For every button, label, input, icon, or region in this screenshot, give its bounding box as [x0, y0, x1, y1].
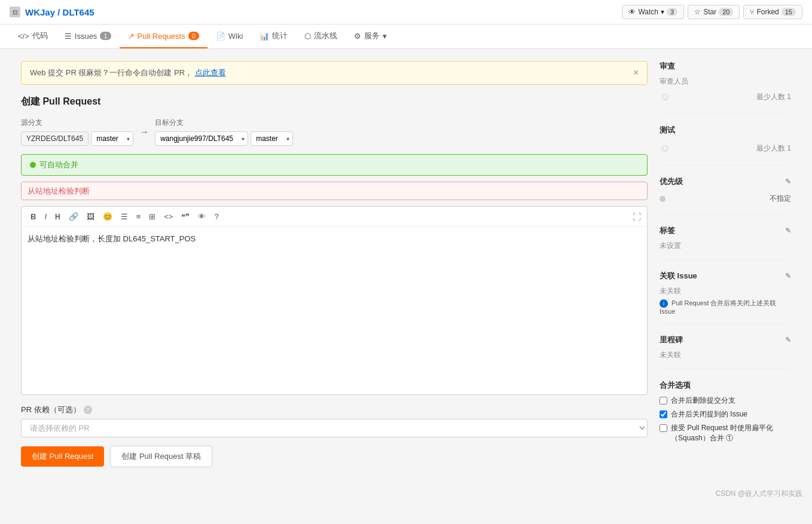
repo-separator: /	[57, 7, 62, 17]
source-branch-label: 源分支	[21, 118, 133, 128]
merge-option-squash-checkbox[interactable]	[660, 424, 667, 432]
tab-stats-label: 统计	[272, 30, 288, 41]
star-button[interactable]: ☆ Star 20	[688, 5, 740, 19]
toolbar-italic-button[interactable]: I	[41, 210, 50, 223]
merge-option-close-issue-checkbox[interactable]	[660, 410, 667, 418]
tester-min-text: 最少人数 1	[756, 143, 791, 154]
create-pr-button[interactable]: 创建 Pull Request	[21, 446, 104, 467]
create-draft-button[interactable]: 创建 Pull Request 草稿	[110, 446, 212, 467]
fork-count: 15	[782, 8, 796, 16]
sidebar-issues-section: 关联 Issue ✎ 未关联 i Pull Request 合并后将关闭上述关联…	[660, 271, 791, 324]
star-count: 20	[719, 8, 733, 16]
pr-depends-help-icon[interactable]: ?	[84, 406, 92, 414]
sidebar-review-title: 审查	[660, 61, 791, 72]
toolbar-ol-button[interactable]: ≡	[133, 210, 144, 223]
target-branch-select-wrapper: master	[251, 131, 293, 146]
merge-status-bar: 可自动合并	[21, 154, 648, 176]
tab-pulls-label: Pull Requests	[138, 32, 185, 41]
priority-dot	[660, 196, 666, 202]
sidebar: 审查 审查人员 ☺ 最少人数 1 测试 ☺ 最少人数 1 优先级 ✎	[660, 61, 791, 467]
repo-title[interactable]: WKJay / DLT645	[25, 7, 94, 17]
tab-wiki[interactable]: 📄 Wiki	[207, 24, 252, 48]
tab-pulls[interactable]: ↗ Pull Requests 0	[120, 24, 207, 48]
sidebar-tester-row: ☺ 最少人数 1	[660, 140, 791, 157]
stats-icon: 📊	[260, 32, 269, 41]
toolbar-heading-button[interactable]: H	[52, 211, 63, 223]
toolbar-quote-button[interactable]: ❝❞	[178, 210, 193, 223]
issues-edit-icon[interactable]: ✎	[785, 272, 791, 280]
issues-value: 未关联	[660, 286, 791, 296]
toolbar-ul-button[interactable]: ☰	[118, 210, 131, 223]
pr-description-editor: B I H 🔗 🖼 😊 ☰ ≡ ⊞ <> ❝❞ 👁 ? ⛶ 从站地址检验判断，长…	[21, 206, 648, 395]
toolbar-table-button[interactable]: ⊞	[146, 210, 158, 223]
toolbar-link-button[interactable]: 🔗	[66, 210, 81, 223]
watch-button[interactable]: 👁 Watch ▾ 3	[622, 5, 684, 19]
pr-title-input[interactable]	[21, 182, 648, 200]
watch-dropdown-icon: ▾	[661, 8, 664, 16]
source-branch-select-wrapper: master	[91, 131, 133, 146]
header: ⊡ WKJay / DLT645 👁 Watch ▾ 3 ☆ Star 20 ⑂…	[0, 0, 812, 24]
tab-stats[interactable]: 📊 统计	[251, 24, 296, 48]
tester-avatar-icon: ☺	[660, 142, 670, 155]
tab-issues-label: Issues	[75, 32, 97, 41]
fork-button[interactable]: ⑂ Forked 15	[743, 5, 802, 19]
repo-icon: ⊡	[10, 7, 20, 17]
pr-title-row	[21, 182, 648, 200]
wiki-icon: 📄	[216, 32, 225, 41]
sidebar-issues-title: 关联 Issue ✎	[660, 271, 791, 281]
toolbar-code-button[interactable]: <>	[161, 210, 176, 223]
watch-count: 3	[667, 8, 677, 16]
submit-buttons-row: 创建 Pull Request 创建 Pull Request 草稿	[21, 446, 648, 467]
tab-code[interactable]: </> 代码	[10, 24, 56, 48]
source-branch-select[interactable]: master	[91, 131, 133, 146]
merge-option-delete-branch-checkbox[interactable]	[660, 397, 667, 405]
toolbar-preview-button[interactable]: 👁	[195, 210, 209, 223]
toolbar-emoji-button[interactable]: 😊	[100, 210, 115, 223]
services-icon: ⚙	[354, 32, 361, 41]
issues-icon: ☰	[65, 32, 72, 41]
toolbar-bold-button[interactable]: B	[28, 210, 39, 223]
target-branch-select-row: wangjunjie997/DLT645 master	[155, 131, 293, 146]
priority-edit-icon[interactable]: ✎	[785, 177, 791, 186]
editor-toolbar: B I H 🔗 🖼 😊 ☰ ≡ ⊞ <> ❝❞ 👁 ? ⛶	[22, 207, 647, 227]
tab-services[interactable]: ⚙ 服务 ▾	[346, 24, 395, 48]
info-icon: i	[660, 299, 668, 308]
sidebar-labels-title: 标签 ✎	[660, 225, 791, 236]
merge-option-delete-branch-label: 合并后删除提交分支	[671, 396, 735, 406]
sidebar-review-section: 审查 审查人员 ☺ 最少人数 1	[660, 61, 791, 114]
reviewer-avatar-icon: ☺	[660, 91, 670, 103]
sidebar-milestone-section: 里程碑 ✎ 未关联	[660, 335, 791, 369]
issues-badge: 1	[100, 32, 111, 40]
watch-label: Watch	[638, 8, 658, 16]
editor-expand-button[interactable]: ⛶	[633, 212, 641, 222]
header-left: ⊡ WKJay / DLT645	[10, 7, 94, 17]
pr-depends-select[interactable]: 请选择依赖的 PR	[21, 419, 648, 437]
sidebar-priority-section: 优先级 ✎ 不指定	[660, 176, 791, 214]
target-repo-select[interactable]: wangjunjie997/DLT645	[155, 131, 248, 146]
target-branch-select[interactable]: master	[251, 131, 293, 146]
labels-edit-icon[interactable]: ✎	[785, 226, 791, 235]
sidebar-reviewer-label: 审查人员	[660, 76, 791, 87]
tab-pipeline-label: 流水线	[314, 30, 337, 41]
tab-pipeline[interactable]: ⬡ 流水线	[296, 24, 346, 48]
banner-text: Web 提交 PR 很麻烦？一行命令自动创建 PR， 点此查看	[30, 68, 226, 78]
banner-link[interactable]: 点此查看	[195, 68, 226, 77]
sidebar-priority-row: 不指定	[660, 192, 791, 206]
toolbar-help-button[interactable]: ?	[211, 210, 221, 223]
milestone-edit-icon[interactable]: ✎	[785, 336, 791, 344]
services-chevron-icon: ▾	[383, 32, 387, 41]
pulls-icon: ↗	[128, 32, 135, 41]
priority-value: 不指定	[770, 194, 791, 204]
milestone-value: 未关联	[660, 350, 791, 360]
fork-icon: ⑂	[750, 8, 754, 16]
page-title: 创建 Pull Request	[21, 96, 648, 108]
merge-option-close-issue-label: 合并后关闭提到的 Issue	[671, 409, 747, 419]
tab-wiki-label: Wiki	[228, 32, 243, 41]
tab-issues[interactable]: ☰ Issues 1	[56, 24, 120, 48]
editor-content[interactable]: 从站地址检验判断，长度加 DL645_START_POS	[22, 227, 647, 394]
banner-close-button[interactable]: ×	[633, 68, 639, 78]
pr-depends-label: PR 依赖（可选） ?	[21, 405, 648, 415]
tab-code-label: 代码	[32, 30, 48, 41]
target-repo-select-wrapper: wangjunjie997/DLT645	[155, 131, 248, 146]
toolbar-image-button[interactable]: 🖼	[84, 210, 97, 223]
